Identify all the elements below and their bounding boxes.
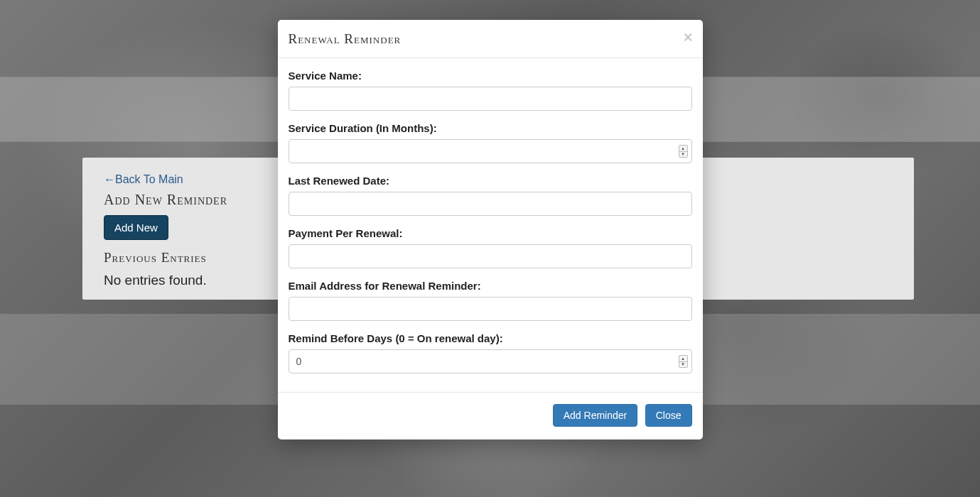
- duration-stepper[interactable]: ▲ ▼: [679, 145, 688, 158]
- modal-overlay: Renewal Reminder × Service Name: Service…: [0, 0, 980, 497]
- service-name-input[interactable]: [289, 87, 692, 111]
- email-input[interactable]: [289, 297, 692, 321]
- chevron-down-icon[interactable]: ▼: [679, 362, 687, 368]
- close-icon[interactable]: ×: [684, 30, 693, 45]
- service-name-label: Service Name:: [289, 70, 692, 82]
- last-renewed-input[interactable]: [289, 192, 692, 216]
- remind-before-input[interactable]: [289, 349, 692, 373]
- chevron-up-icon[interactable]: ▲: [679, 356, 687, 362]
- modal-body: Service Name: Service Duration (In Month…: [278, 58, 703, 392]
- chevron-down-icon[interactable]: ▼: [679, 152, 687, 158]
- modal-title: Renewal Reminder: [289, 31, 692, 47]
- service-duration-input[interactable]: [289, 139, 692, 163]
- remind-before-label: Remind Before Days (0 = On renewal day):: [289, 332, 692, 344]
- email-label: Email Address for Renewal Reminder:: [289, 280, 692, 292]
- modal-footer: Add Reminder Close: [278, 392, 703, 439]
- payment-label: Payment Per Renewal:: [289, 227, 692, 239]
- chevron-up-icon[interactable]: ▲: [679, 146, 687, 152]
- add-reminder-button[interactable]: Add Reminder: [553, 404, 638, 427]
- modal-header: Renewal Reminder ×: [278, 20, 703, 58]
- last-renewed-label: Last Renewed Date:: [289, 175, 692, 187]
- payment-input[interactable]: [289, 244, 692, 268]
- close-button[interactable]: Close: [645, 404, 692, 427]
- remind-before-stepper[interactable]: ▲ ▼: [679, 355, 688, 368]
- renewal-reminder-modal: Renewal Reminder × Service Name: Service…: [278, 20, 703, 439]
- service-duration-label: Service Duration (In Months):: [289, 122, 692, 134]
